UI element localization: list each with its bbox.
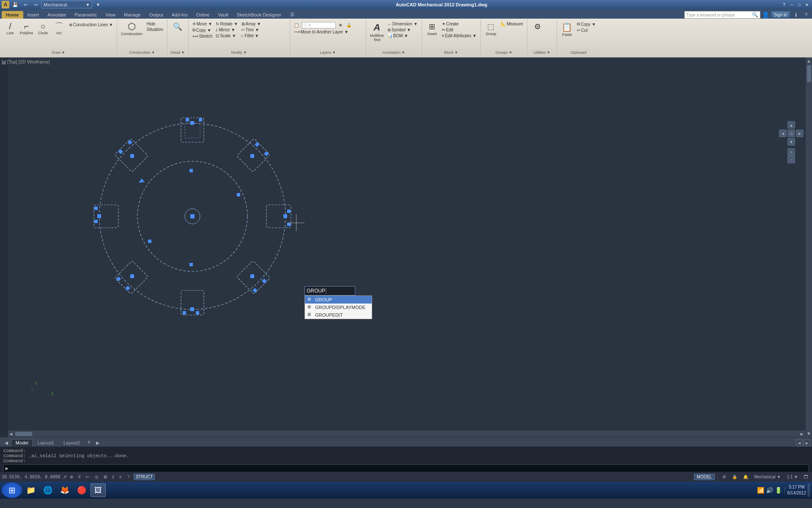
taskbar-browser[interactable]: 🌐 bbox=[40, 483, 56, 497]
edit-block-btn[interactable]: ✏Edit bbox=[441, 27, 478, 33]
workspace-dropdown[interactable]: Mechanical ▼ bbox=[41, 1, 92, 8]
tab-manage[interactable]: Manage bbox=[120, 11, 145, 19]
nav-pan-down[interactable]: ▼ bbox=[787, 138, 795, 146]
tab-parametric[interactable]: Parametric bbox=[70, 11, 101, 19]
construction-btn[interactable]: ⬡ Construction bbox=[120, 21, 144, 37]
status-notify-btn[interactable]: 🔔 bbox=[741, 474, 750, 480]
tab-home[interactable]: Home bbox=[2, 11, 23, 19]
status-icon-dynamic[interactable]: ± bbox=[110, 474, 117, 480]
tab-vault[interactable]: Vault bbox=[214, 11, 232, 19]
taskbar-acrobat[interactable]: 🔴 bbox=[74, 483, 90, 497]
status-icon-lw[interactable]: ≡ bbox=[117, 474, 124, 480]
nav-pan-left[interactable]: ◄ bbox=[779, 130, 787, 137]
layers-group-label[interactable]: Layers▼ bbox=[292, 49, 364, 55]
ac-item-groupedit[interactable]: ⊞ GROUPEDIT bbox=[305, 311, 372, 319]
move-to-layer-btn[interactable]: ⟶ Move to Another Layer ▼ bbox=[293, 29, 350, 35]
copy-btn[interactable]: ⧉Copy ▼ bbox=[191, 27, 214, 33]
status-gear-btn[interactable]: ⚙ bbox=[720, 474, 728, 480]
circle-btn[interactable]: ○ Circle bbox=[36, 21, 51, 36]
command-input[interactable]: GROUP bbox=[304, 286, 355, 295]
situation-btn[interactable]: Situation bbox=[145, 27, 165, 32]
group-btn[interactable]: ⬚ Group bbox=[483, 21, 499, 37]
sys-volume-icon[interactable]: 🔊 bbox=[766, 487, 773, 494]
tab-layout1[interactable]: Layout1 bbox=[33, 439, 59, 446]
copy-clipboard-btn[interactable]: ⧉Copy ▼ bbox=[576, 21, 597, 27]
modify-group-label[interactable]: Modify▼ bbox=[190, 49, 288, 55]
create-btn[interactable]: ✦Create bbox=[441, 21, 478, 27]
tab-model[interactable]: Model bbox=[11, 439, 33, 446]
layer-dropdown[interactable]: 0 ▼ bbox=[302, 22, 336, 28]
fillet-btn[interactable]: ⌐Fillet ▼ bbox=[240, 33, 263, 39]
vertical-scrollbar[interactable]: ▲ ▼ bbox=[805, 58, 812, 437]
nav-pan-right[interactable]: ► bbox=[796, 130, 804, 137]
tab-annotate[interactable]: Annotate bbox=[43, 11, 70, 19]
clipboard-group-label[interactable]: Clipboard bbox=[559, 49, 598, 55]
help-ribbon-btn[interactable]: ? bbox=[802, 11, 810, 19]
status-view-btn[interactable]: 🗖 bbox=[802, 474, 810, 480]
layer-freeze-btn[interactable]: ❄ bbox=[337, 22, 343, 28]
taskbar-explorer[interactable]: 📁 bbox=[23, 483, 39, 497]
nav-pan-up[interactable]: ▲ bbox=[787, 121, 795, 129]
quick-save-btn[interactable]: 💾 bbox=[11, 1, 19, 8]
detail-btn[interactable]: 🔍 bbox=[170, 21, 185, 32]
bom-btn[interactable]: 📊BOM ▼ bbox=[386, 33, 419, 39]
tab-insert[interactable]: Insert bbox=[23, 11, 44, 19]
nav-center[interactable]: ⊙ bbox=[787, 130, 795, 137]
hide-btn[interactable]: Hide bbox=[145, 21, 165, 27]
groups-group-label[interactable]: Groups▼ bbox=[483, 49, 525, 55]
multiline-text-btn[interactable]: A MultilineText bbox=[369, 21, 385, 43]
hscroll-tab-left[interactable]: ◄ bbox=[796, 439, 803, 446]
scroll-left-btn[interactable]: ◄ bbox=[8, 431, 14, 437]
app-logo[interactable]: A bbox=[2, 1, 9, 8]
tab-layout2[interactable]: Layout2 bbox=[59, 439, 85, 446]
quick-redo-btn[interactable]: ↪ bbox=[31, 1, 40, 8]
nav-zoom-in[interactable]: + bbox=[787, 148, 795, 156]
rotate-btn[interactable]: ↻Rotate ▼ bbox=[214, 21, 239, 27]
ac-item-group[interactable]: ⊞ GROUP bbox=[305, 296, 372, 304]
tab-view[interactable]: View bbox=[101, 11, 120, 19]
status-model-tab[interactable]: MODEL bbox=[694, 474, 715, 480]
tab-add-btn[interactable]: + bbox=[85, 438, 93, 446]
tab-prev-btn[interactable]: ◄ bbox=[2, 439, 11, 446]
draw-group-label[interactable]: Draw▼ bbox=[2, 49, 115, 55]
horizontal-scrollbar[interactable]: ◄ ► bbox=[8, 430, 805, 437]
dimension-btn[interactable]: ↔Dimension ▼ bbox=[386, 21, 419, 27]
status-icon-polar[interactable]: ◎ bbox=[93, 474, 101, 480]
insert-btn[interactable]: ⊞ Insert bbox=[425, 21, 440, 37]
maximize-btn[interactable]: □ bbox=[796, 1, 803, 8]
tab-output[interactable]: Output bbox=[145, 11, 167, 19]
tab-sketchbook[interactable]: SketchBook Designer bbox=[233, 11, 286, 19]
sys-network-icon[interactable]: 📶 bbox=[757, 487, 764, 494]
mirror-btn[interactable]: ⫰Mirror ▼ bbox=[214, 27, 239, 33]
help-btn[interactable]: ? bbox=[781, 1, 787, 8]
scale-btn[interactable]: ⊡Scale ▼ bbox=[214, 33, 239, 39]
move-btn[interactable]: ✛Move ▼ bbox=[191, 21, 214, 27]
quick-more-btn[interactable]: ▼ bbox=[94, 1, 102, 8]
ac-item-groupdisplaymode[interactable]: ⊞ GROUPDISPLAYMODE bbox=[305, 304, 372, 311]
cut-btn[interactable]: ✂Cut bbox=[576, 28, 597, 33]
polyline-btn[interactable]: ⌐ Polyline bbox=[19, 21, 35, 36]
status-icon-grid[interactable]: # bbox=[76, 474, 83, 480]
status-icon-snap2[interactable]: ⊠ bbox=[102, 474, 109, 480]
show-desktop-btn[interactable] bbox=[808, 483, 810, 497]
tab-addins[interactable]: Add-Ins bbox=[167, 11, 192, 19]
taskbar-photoshop[interactable]: 🖼 bbox=[91, 483, 106, 497]
tab-extra[interactable]: ☰ bbox=[286, 11, 299, 19]
scroll-up-btn[interactable]: ▲ bbox=[806, 58, 812, 64]
tab-next-btn[interactable]: ► bbox=[93, 439, 102, 446]
array-btn[interactable]: ⊞Array ▼ bbox=[240, 21, 263, 27]
status-icon-ortho[interactable]: ⊢ bbox=[84, 474, 92, 480]
trim-btn[interactable]: ✁Trim ▼ bbox=[240, 27, 263, 33]
start-button[interactable]: ⊞ bbox=[2, 483, 22, 498]
construction-group-label[interactable]: Construction▼ bbox=[119, 49, 165, 55]
status-icon-snap[interactable]: ⊕ bbox=[68, 474, 75, 480]
info-btn[interactable]: ℹ bbox=[792, 11, 800, 19]
signin-button[interactable]: Sign In bbox=[771, 11, 790, 19]
hscroll-tab-right[interactable]: ► bbox=[804, 439, 810, 446]
construction-lines-btn[interactable]: ⊕ Construction Lines ▼ bbox=[68, 22, 115, 28]
scroll-down-btn[interactable]: ▼ bbox=[806, 430, 812, 437]
symbol-btn[interactable]: ⊕Symbol ▼ bbox=[386, 27, 419, 33]
layer-props-btn[interactable]: 📋 bbox=[293, 22, 300, 28]
clock-display[interactable]: 5:17 PM 6/14/2012 bbox=[787, 484, 807, 496]
layer-lock-btn[interactable]: 🔒 bbox=[345, 22, 353, 28]
